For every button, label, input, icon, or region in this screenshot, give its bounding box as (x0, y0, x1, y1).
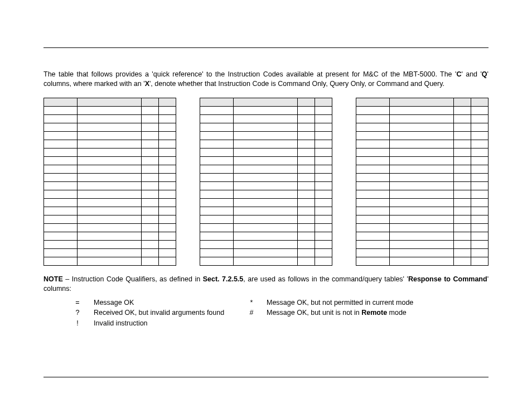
table-cell (44, 207, 78, 215)
table-cell (471, 232, 488, 240)
table-cell (141, 257, 158, 265)
table-cell (200, 123, 234, 131)
qualifier-item: ? Received OK, but invalid arguments fou… (43, 308, 240, 318)
qualifier-text: Invalid instruction (94, 319, 240, 328)
table-row (44, 248, 176, 257)
reference-tables (43, 98, 489, 266)
table-row (356, 156, 489, 165)
qualifier-text: Message OK, but unit is not in Remote mo… (267, 308, 489, 318)
table-cell (44, 232, 78, 240)
table-cell (77, 248, 141, 257)
table-cell (141, 156, 158, 165)
table-cell (44, 181, 78, 190)
table-row (200, 106, 332, 114)
table-cell (158, 248, 176, 257)
table-row (356, 232, 489, 240)
table-cell (356, 156, 390, 165)
table-cell (315, 257, 332, 265)
table-row (44, 232, 176, 240)
table-cell (297, 232, 315, 240)
table-cell (453, 223, 471, 232)
table-cell (233, 248, 297, 257)
table-cell (233, 140, 297, 148)
note-resp-bold: Response to Command (408, 275, 487, 283)
table-cell (356, 198, 390, 207)
table-cell (233, 156, 297, 165)
table-cell (44, 257, 78, 265)
table-row (44, 123, 176, 131)
table-row (200, 114, 332, 123)
table-cell (233, 148, 297, 156)
table-cell (471, 198, 488, 207)
table-row (356, 223, 489, 232)
document-page: The table that follows provides a 'quick… (0, 0, 532, 412)
table-row (200, 198, 332, 207)
intro-text: The table that follows provides a 'quick… (43, 70, 456, 78)
table-row (44, 190, 176, 198)
note-bold: NOTE (43, 275, 63, 283)
table-cell (356, 223, 390, 232)
table-cell (315, 148, 332, 156)
table-cell (44, 248, 78, 257)
table-cell (471, 181, 488, 190)
table-cell (200, 140, 234, 148)
table-cell (77, 123, 141, 131)
table-cell (453, 198, 471, 207)
note-text: , are used as follows in the command/que… (243, 275, 408, 283)
table-row (356, 248, 489, 257)
table-row (200, 223, 332, 232)
table-cell (158, 223, 176, 232)
table-cell (297, 140, 315, 148)
qualifiers-right: * Message OK, but not permitted in curre… (240, 298, 489, 330)
table-cell (200, 156, 234, 165)
table-cell (471, 173, 488, 181)
table-row (44, 131, 176, 140)
table-row (356, 165, 489, 173)
table-cell (471, 190, 488, 198)
table-cell (233, 181, 297, 190)
table-cell (44, 123, 78, 131)
table-cell (471, 131, 488, 140)
table-cell (297, 131, 315, 140)
table-cell (315, 156, 332, 165)
table-cell (44, 140, 78, 148)
table-cell (389, 140, 453, 148)
table-cell (453, 106, 471, 114)
table-cell (471, 148, 488, 156)
table-cell (297, 257, 315, 265)
table-row (200, 240, 332, 248)
table-cell (158, 165, 176, 173)
table-row (200, 257, 332, 265)
table-cell (158, 148, 176, 156)
table-row (44, 257, 176, 265)
qualifier-text: Received OK, but invalid arguments found (94, 308, 240, 318)
table-row (356, 207, 489, 215)
table-cell (297, 215, 315, 223)
table-row (356, 240, 489, 248)
table-cell (141, 240, 158, 248)
reference-table-3 (356, 98, 489, 266)
table-cell (471, 114, 488, 123)
table-cell (233, 223, 297, 232)
table-cell (471, 165, 488, 173)
table-cell (389, 106, 453, 114)
table-cell (233, 257, 297, 265)
table-row (356, 173, 489, 181)
table-cell (141, 106, 158, 114)
table-cell (356, 165, 390, 173)
table-cell (44, 148, 78, 156)
table-cell (77, 215, 141, 223)
table-cell (158, 215, 176, 223)
table-cell (77, 190, 141, 198)
table-row (200, 173, 332, 181)
table-cell (471, 123, 488, 131)
table-cell (200, 148, 234, 156)
table-cell (315, 140, 332, 148)
table-cell (356, 173, 390, 181)
table-cell (356, 123, 390, 131)
table-cell (44, 190, 78, 198)
table-row (356, 114, 489, 123)
table-cell (233, 173, 297, 181)
table-cell (453, 173, 471, 181)
table-cell (471, 215, 488, 223)
